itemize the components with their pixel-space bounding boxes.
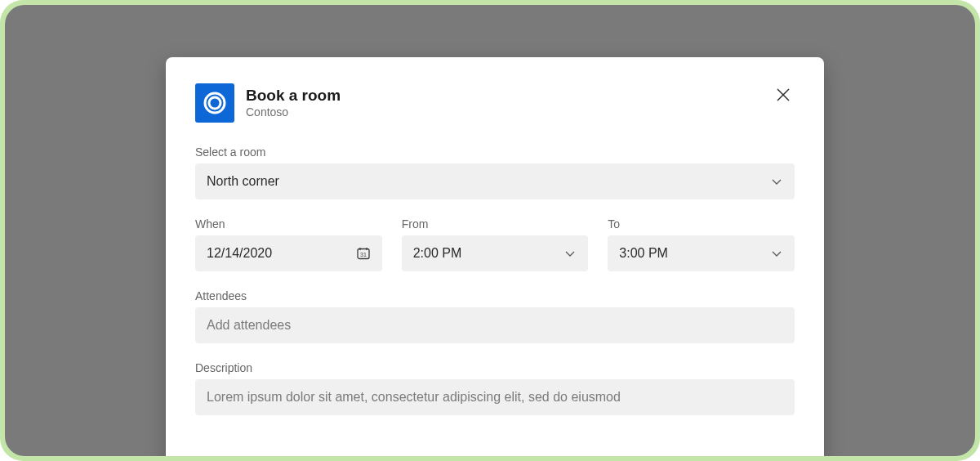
modal-title: Book a room [246,86,341,105]
calendar-icon: 31 [356,246,371,261]
description-textarea[interactable]: Lorem ipsum dolor sit amet, consectetur … [195,379,795,415]
modal-subtitle: Contoso [246,105,341,120]
description-value: Lorem ipsum dolor sit amet, consectetur … [207,390,621,404]
from-value: 2:00 PM [413,246,462,261]
close-button[interactable] [772,83,795,106]
chevron-down-icon [770,247,783,260]
description-section: Description Lorem ipsum dolor sit amet, … [195,361,795,415]
when-datepicker[interactable]: 12/14/2020 31 [195,235,382,271]
close-icon [775,87,791,103]
to-section: To 3:00 PM [608,217,795,271]
description-label: Description [195,361,795,374]
book-room-modal: Book a room Contoso Select a room [166,57,824,456]
frame-outer: Book a room Contoso Select a room [0,0,980,461]
svg-point-1 [209,97,220,109]
room-select[interactable]: North corner [195,163,795,199]
title-block: Book a room Contoso [246,86,341,119]
room-section: Select a room North corner [195,145,795,199]
when-label: When [195,217,382,230]
attendees-section: Attendees Add attendees [195,289,795,343]
frame-backdrop: Book a room Contoso Select a room [5,5,975,456]
attendees-placeholder: Add attendees [207,318,291,333]
chevron-down-icon [564,247,577,260]
attendees-label: Attendees [195,289,795,302]
datetime-row: When 12/14/2020 31 [195,217,795,271]
when-section: When 12/14/2020 31 [195,217,382,271]
modal-header: Book a room Contoso [195,83,795,123]
when-value: 12/14/2020 [207,246,272,261]
from-select[interactable]: 2:00 PM [402,235,589,271]
from-section: From 2:00 PM [402,217,589,271]
app-icon [195,83,234,123]
to-label: To [608,217,795,230]
attendees-input[interactable]: Add attendees [195,307,795,343]
to-select[interactable]: 3:00 PM [608,235,795,271]
header-left: Book a room Contoso [195,83,341,123]
to-value: 3:00 PM [619,246,668,261]
room-label: Select a room [195,145,795,159]
room-value: North corner [207,174,279,189]
chevron-down-icon [770,175,783,188]
from-label: From [402,217,589,230]
svg-text:31: 31 [360,252,367,257]
